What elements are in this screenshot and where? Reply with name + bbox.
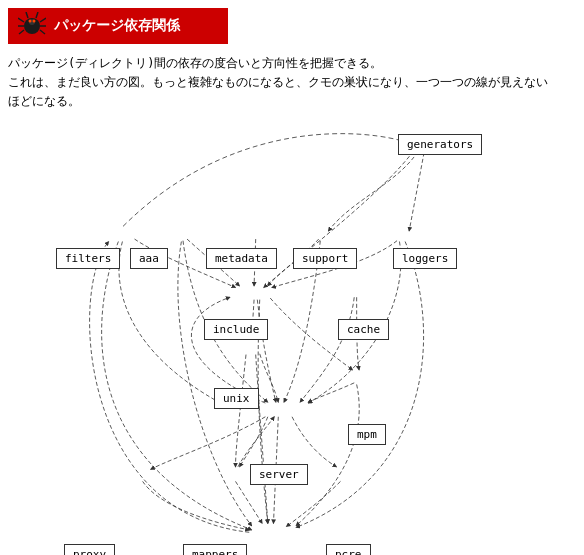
description-block: パッケージ(ディレクトリ)間の依存の度合いと方向性を把握できる。 これは、まだ良… [8, 54, 576, 112]
svg-point-11 [33, 20, 36, 23]
node-metadata: metadata [206, 248, 277, 269]
page-header: パッケージ依存関係 [8, 8, 228, 44]
desc-line1: パッケージ(ディレクトリ)間の依存の度合いと方向性を把握できる。 [8, 56, 382, 70]
spider-icon [18, 12, 46, 40]
svg-line-2 [18, 18, 24, 22]
node-include: include [204, 319, 268, 340]
svg-line-5 [40, 18, 46, 22]
node-pcre: pcre [326, 544, 371, 555]
dependency-diagram: generators filters aaa metadata support … [8, 126, 568, 546]
node-generators: generators [398, 134, 482, 155]
node-loggers: loggers [393, 248, 457, 269]
node-mpm: mpm [348, 424, 386, 445]
node-support: support [293, 248, 357, 269]
node-filters: filters [56, 248, 120, 269]
page-title: パッケージ依存関係 [54, 17, 180, 35]
svg-line-4 [19, 30, 24, 34]
svg-line-7 [40, 30, 45, 34]
svg-line-9 [36, 12, 38, 18]
desc-line2: これは、まだ良い方の図。もっと複雑なものになると、クモの巣状になり、一つ一つの線… [8, 75, 548, 89]
node-proxy: proxy [64, 544, 115, 555]
desc-line3: ほどになる。 [8, 94, 80, 108]
node-cache: cache [338, 319, 389, 340]
node-mappers: mappers [183, 544, 247, 555]
svg-line-8 [26, 12, 28, 18]
node-unix: unix [214, 388, 259, 409]
node-aaa: aaa [130, 248, 168, 269]
svg-point-10 [29, 20, 32, 23]
node-server: server [250, 464, 308, 485]
